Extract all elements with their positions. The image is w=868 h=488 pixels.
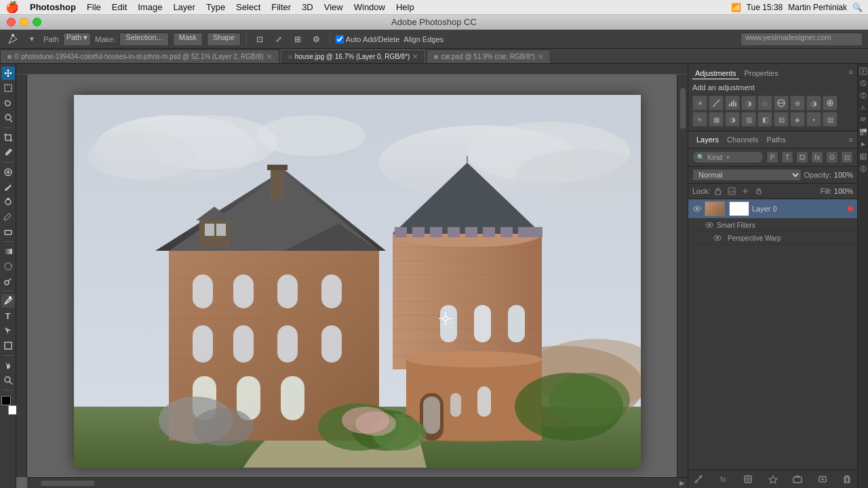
h-scrollbar[interactable]: ▶ — [27, 477, 688, 488]
menu-type[interactable]: Type — [201, 0, 231, 15]
menu-edit[interactable]: Edit — [106, 0, 132, 15]
transform-icon[interactable]: ⊡ — [252, 32, 267, 47]
filter-toggle[interactable]: ⊡ — [841, 151, 853, 163]
channel-mixer-icon[interactable]: ≡ — [692, 112, 707, 127]
menu-file[interactable]: File — [81, 0, 106, 15]
kind-dropdown-arrow[interactable]: ▾ — [726, 154, 730, 161]
text-tool[interactable]: T — [1, 309, 15, 323]
clone-tool[interactable] — [1, 195, 15, 209]
photo-filter-icon[interactable] — [823, 96, 837, 110]
add-mask-icon[interactable] — [742, 473, 754, 485]
menu-3d[interactable]: 3D — [296, 0, 319, 15]
vibrance-icon[interactable]: ◇ — [757, 96, 772, 110]
add-adjustment-icon[interactable] — [767, 473, 779, 485]
quick-select-tool[interactable] — [1, 111, 15, 125]
menu-image[interactable]: Image — [132, 0, 167, 15]
apple-menu[interactable]: 🍎 — [5, 1, 19, 14]
menu-photoshop[interactable]: Photoshop — [24, 0, 81, 15]
marquee-tool[interactable] — [1, 81, 15, 95]
canvas-area[interactable]: ▶ — [16, 64, 688, 488]
blend-mode-select[interactable]: Normal — [692, 169, 802, 181]
filter-btn-5[interactable] — [826, 151, 838, 163]
gradient-fill-icon[interactable]: ▤ — [823, 112, 837, 127]
new-layer-icon[interactable] — [816, 473, 829, 485]
pen-tool[interactable] — [1, 294, 15, 308]
eraser-tool[interactable] — [1, 225, 15, 239]
black-white-icon[interactable]: ◑ — [806, 96, 821, 110]
v-scrollbar[interactable] — [677, 75, 688, 477]
layer-name[interactable]: Layer 0 — [752, 205, 845, 213]
tab-paths[interactable]: Paths — [763, 134, 790, 145]
tab-car[interactable]: car.psd @ 51.9% (car, RGB/8*) ✕ — [427, 49, 551, 63]
menu-layer[interactable]: Layer — [167, 0, 201, 15]
color-swatches[interactable] — [1, 396, 15, 409]
solid-color-icon[interactable]: ▪ — [806, 112, 821, 127]
canvas-image[interactable] — [74, 95, 641, 468]
gear-icon[interactable]: ⚙ — [309, 32, 324, 47]
layers-search[interactable]: 🔍 Kind ▾ — [692, 151, 764, 163]
layers-panel-menu[interactable]: ≡ — [849, 136, 853, 144]
fx-icon[interactable]: fx — [717, 473, 730, 485]
exposure-icon[interactable]: ◑ — [741, 96, 756, 110]
menu-filter[interactable]: Filter — [266, 0, 296, 15]
tab-channels[interactable]: Channels — [723, 134, 762, 145]
lock-image-icon[interactable] — [726, 186, 737, 197]
h-scroll-thumb[interactable] — [41, 481, 95, 486]
hand-tool[interactable] — [1, 359, 15, 372]
zoom-tool[interactable] — [1, 373, 15, 387]
table-panel-icon[interactable] — [859, 152, 868, 161]
selective-color-icon[interactable]: ◈ — [790, 112, 805, 127]
menu-window[interactable]: Window — [349, 0, 391, 15]
add-link-icon[interactable] — [692, 473, 705, 485]
auto-add-delete-checkbox[interactable]: Auto Add/Delete — [336, 35, 400, 43]
swatches-panel-icon[interactable] — [859, 127, 868, 137]
close-button[interactable] — [7, 18, 16, 26]
play-button[interactable]: ▶ — [679, 479, 688, 487]
smart-filter-eye[interactable] — [705, 220, 714, 230]
tab-layers[interactable]: Layers — [692, 134, 723, 145]
shape-btn[interactable]: Shape — [207, 33, 241, 46]
new-group-icon[interactable] — [791, 473, 804, 485]
perspective-eye[interactable] — [713, 233, 722, 243]
heal-tool[interactable] — [1, 165, 15, 179]
lock-position-icon[interactable] — [740, 186, 751, 197]
layer-item-0[interactable]: Layer 0 — [688, 199, 857, 219]
dodge-tool[interactable] — [1, 274, 15, 288]
layer-visibility-toggle[interactable] — [692, 204, 702, 214]
search-icon[interactable]: 🔍 — [852, 3, 863, 12]
v-scroll-thumb[interactable] — [680, 88, 686, 129]
tab-properties[interactable]: Properties — [742, 68, 781, 79]
color-panel-icon[interactable] — [859, 164, 868, 174]
close-icon[interactable]: ✕ — [538, 53, 543, 60]
color-lookup-icon[interactable]: ▦ — [709, 112, 724, 127]
close-icon[interactable]: ✕ — [412, 53, 418, 60]
levels-icon[interactable] — [725, 96, 740, 110]
path-select-tool[interactable] — [1, 324, 15, 338]
lasso-tool[interactable] — [1, 96, 15, 110]
eyedropper-tool[interactable] — [1, 146, 15, 159]
blur-tool[interactable] — [1, 260, 15, 273]
move-tool[interactable] — [1, 66, 15, 80]
menu-view[interactable]: View — [319, 0, 349, 15]
gradient-map-icon[interactable]: ▤ — [774, 112, 789, 127]
make-selection-btn[interactable]: Selection... — [119, 33, 168, 46]
minimize-button[interactable] — [20, 18, 28, 26]
curves-icon[interactable] — [709, 96, 724, 110]
warp-icon[interactable]: ⤢ — [271, 32, 286, 47]
adjustment-panel-icon[interactable] — [859, 66, 868, 76]
paragraph-panel-icon[interactable] — [859, 115, 868, 125]
crop-tool[interactable] — [1, 131, 15, 144]
filter-btn-4[interactable]: fx — [811, 151, 823, 163]
character-panel-icon[interactable]: A — [859, 103, 868, 113]
align-icon[interactable]: ⊞ — [290, 32, 305, 47]
invert-icon[interactable]: ◑ — [725, 112, 740, 127]
hsl-icon[interactable] — [774, 96, 789, 110]
tab-house[interactable]: house.jpg @ 16.7% (Layer 0, RGB/8*) ✕ — [281, 49, 426, 63]
path-dropdown[interactable]: Path ▾ — [63, 33, 92, 46]
tab-photodune[interactable]: © photodune-199434-colorful-houses-in-st… — [0, 49, 279, 63]
url-box[interactable]: www.yesimadesigner.com — [741, 33, 863, 46]
history-panel-icon[interactable] — [859, 79, 868, 88]
info-panel-icon[interactable] — [859, 91, 868, 100]
lock-all-icon[interactable] — [753, 186, 764, 197]
foreground-color[interactable] — [1, 396, 11, 405]
